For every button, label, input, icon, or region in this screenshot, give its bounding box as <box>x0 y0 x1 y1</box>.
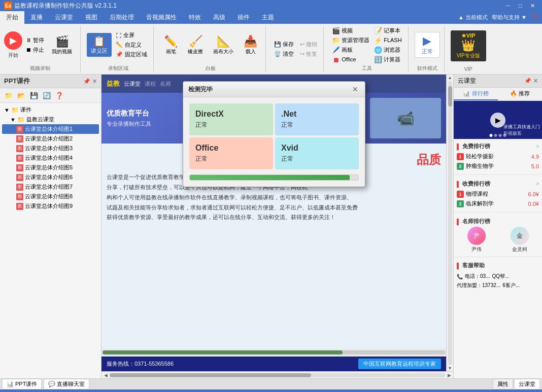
tool-flash[interactable]: ⚡FLASH <box>372 35 403 45</box>
right-panel-close[interactable]: ✕ <box>533 78 538 84</box>
tab-advanced[interactable]: 高级 <box>207 11 231 24</box>
scroll-thumb[interactable] <box>448 86 452 106</box>
question-icon[interactable]: ❓ <box>531 14 538 21</box>
new-folder-button[interactable]: 📁 <box>3 90 14 101</box>
pause-button[interactable]: ⏸ 暂停 <box>24 36 46 45</box>
tab-theme[interactable]: 主题 <box>256 11 280 24</box>
paid-rank-more[interactable]: > <box>536 181 539 187</box>
tool-explorer[interactable]: 📁资源管理器 <box>330 35 371 45</box>
save-ppt-button[interactable]: 💾 <box>28 90 40 101</box>
fixed-area-button[interactable]: 📌固定区域 <box>114 50 149 59</box>
scroll-left-button[interactable]: ◀ <box>103 372 109 378</box>
tab-view[interactable]: 视图 <box>79 11 104 24</box>
tab-rankings[interactable]: 📊 排行榜 <box>454 88 498 100</box>
paid-rank-item-2[interactable]: 2 临床解剖学 0.0¥ <box>457 199 539 208</box>
refresh-button[interactable]: 🔄 <box>41 90 52 101</box>
scroll-track[interactable] <box>448 81 452 365</box>
panel-pin-button[interactable]: 📌 <box>83 78 90 85</box>
help-button[interactable]: ❓ <box>54 90 65 101</box>
teacher-1[interactable]: 尹 尹伟 <box>467 227 486 253</box>
lecture-area-button[interactable]: 📋 讲义区 <box>87 33 112 57</box>
web-logo: 益教 <box>107 79 120 88</box>
import-button[interactable]: 📥 载入 <box>240 33 261 57</box>
eraser-button[interactable]: 🧹 橡皮擦 <box>184 33 207 57</box>
tab-chat[interactable]: 💬 直播聊天室 <box>44 379 89 389</box>
modal-close-button[interactable]: ✕ <box>351 85 360 94</box>
custom-area-button[interactable]: ✏️自定义 <box>114 41 149 49</box>
pen-button[interactable]: ✏️ 画笔 <box>160 33 182 57</box>
canvas-size-button[interactable]: 📐 画布大小 <box>209 33 238 57</box>
scroll-right-button[interactable]: ▶ <box>446 372 452 378</box>
free-rank-item-1[interactable]: 1 轻松学摄影 4.9 <box>457 152 539 161</box>
xvid-name: Xvid <box>281 144 353 153</box>
tree-item-4[interactable]: 图 云课堂总体介绍图4 <box>2 153 99 163</box>
detection-dialog[interactable]: 检测完毕 ✕ DirectX 正常 .Net 正常 Office 正常 Xvid <box>183 81 365 187</box>
tree-item-6[interactable]: 图 云课堂总体介绍图6 <box>2 172 99 182</box>
tree-item-7[interactable]: 图 云课堂总体介绍图7 <box>2 182 99 192</box>
tree-folder-yijiao[interactable]: ▼ 📁 益教云课堂 <box>2 115 99 124</box>
fullscreen-button[interactable]: ⛶全屏 <box>114 31 149 40</box>
normal-mode-button[interactable]: ▶ 正常 <box>415 32 440 58</box>
tree-item-3[interactable]: 图 云课堂总体介绍图3 <box>2 144 99 153</box>
tab-av[interactable]: 音视频属性 <box>140 11 183 24</box>
tool-notepad[interactable]: 📝记事本 <box>372 26 403 35</box>
open-button[interactable]: 📂 <box>16 90 27 101</box>
help-phone[interactable]: 📞 电话：03... QQ帮... <box>457 272 539 281</box>
vip-button[interactable]: ★VIP 👑 VIP专业版 <box>451 30 486 61</box>
tool-paint[interactable]: 🖊️画板 <box>330 45 371 54</box>
tree-root[interactable]: ▼ 📁 课件 <box>2 105 99 115</box>
tree-item-5[interactable]: 图 云课堂总体介绍图5 <box>2 163 99 172</box>
teacher-rank-title: ▌ 名师排行榜 <box>457 218 490 225</box>
scroll-down-button[interactable]: ▼ <box>448 366 452 371</box>
save-button[interactable]: 💾 保存 <box>272 40 296 49</box>
free-rank-item-2[interactable]: 2 肿瘤生物学 5.0 <box>457 161 539 171</box>
tree-item-1[interactable]: 图 云课堂总体介绍图1 <box>2 124 99 134</box>
maximize-button[interactable]: □ <box>515 2 526 10</box>
right-panel-pin[interactable]: 📌 <box>524 78 531 84</box>
rank-badge-1: 1 <box>457 153 464 160</box>
desc-line-3: 构和个人可使用益教在线录播制作软件在线直播教学、录制视频课程，也可将电子图书、课… <box>107 193 441 203</box>
tool-calculator[interactable]: 🔢计算器 <box>372 55 403 64</box>
my-video-button[interactable]: 🎬 我的视频 <box>48 33 76 57</box>
h-scroll-track[interactable] <box>110 373 445 377</box>
tool-office[interactable]: ◼Office <box>330 55 371 64</box>
horizontal-scrollbar-bottom[interactable]: ◀ ▶ <box>101 371 453 378</box>
left-panel: PPT课件 📌 ✕ 📁 📂 💾 🔄 ❓ ▼ 📁 课件 ▼ 📁 益教云课堂 <box>0 75 101 378</box>
tab-start[interactable]: 开始 <box>0 11 24 24</box>
redo-button[interactable]: ↪ 恢复 <box>298 50 319 58</box>
tool-browser[interactable]: 🌐浏览器 <box>372 45 403 54</box>
current-mode[interactable]: ▲ 当前模式 <box>458 14 488 21</box>
tab-effects[interactable]: 特效 <box>183 11 207 24</box>
scroll-up-button[interactable]: ▲ <box>448 75 452 80</box>
clear-button[interactable]: 🗑️ 清空 <box>272 50 296 58</box>
right-tabs: 属性 云课堂 <box>493 379 540 389</box>
undo-button[interactable]: ↩ 撤销 <box>298 40 319 49</box>
tab-plugins[interactable]: 插件 <box>231 11 256 24</box>
tree-item-2[interactable]: 图 云课堂总体介绍图2 <box>2 134 99 144</box>
minimize-button[interactable]: ─ <box>502 2 514 10</box>
video-play-button[interactable]: ▶ <box>490 113 505 128</box>
start-record-button[interactable]: ▶ <box>4 31 22 50</box>
h-scroll-thumb[interactable] <box>110 373 311 377</box>
tab-properties[interactable]: 属性 <box>493 379 513 389</box>
tab-cloud[interactable]: 云课堂 <box>49 11 79 24</box>
help-support[interactable]: 帮助与支持 ▼ <box>492 14 527 21</box>
vertical-scrollbar[interactable]: ▲ ▼ <box>446 75 453 371</box>
close-button[interactable]: ✕ <box>527 2 538 10</box>
paid-rank-item-1[interactable]: 1 物理课程 6.0¥ <box>457 189 539 199</box>
horizontal-scrollbar[interactable] <box>101 349 446 356</box>
tree-item-8[interactable]: 图 云课堂总体介绍图8 <box>2 192 99 201</box>
help-agent[interactable]: 代理加盟：13732... 6客户... <box>457 281 539 290</box>
panel-close-button[interactable]: ✕ <box>92 78 97 85</box>
teacher-2[interactable]: 金 金灵柯 <box>511 227 529 253</box>
tree-item-9[interactable]: 图 云课堂总体介绍图9 <box>2 201 99 211</box>
tool-video[interactable]: 🎬视频 <box>330 26 371 35</box>
tab-recommend[interactable]: 🔥 推荐 <box>498 88 542 100</box>
stop-button[interactable]: ⏹ 停止 <box>24 46 46 54</box>
tab-cloud-right[interactable]: 云课堂 <box>514 379 540 389</box>
desc-line-5: 获得优质教学资源、享受最好的教学成果，还可以在线分享、互动和交流、获得更多的关注… <box>107 212 441 223</box>
free-rank-more[interactable]: > <box>536 144 539 149</box>
tab-ppt[interactable]: 📊 PPT课件 <box>2 379 42 389</box>
tab-post[interactable]: 后期处理 <box>104 11 140 24</box>
tab-live[interactable]: 直播 <box>24 11 49 24</box>
